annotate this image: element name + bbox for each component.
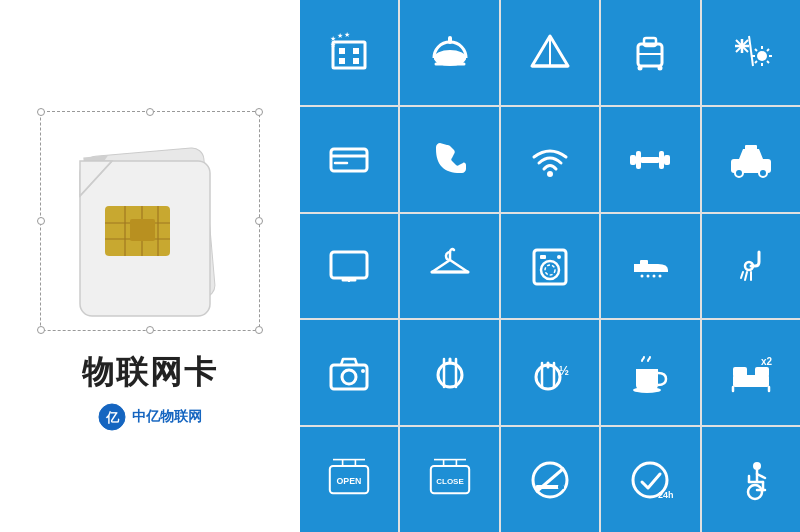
svg-point-73 bbox=[647, 274, 650, 277]
svg-rect-25 bbox=[448, 36, 452, 44]
svg-text:★: ★ bbox=[337, 32, 343, 39]
icon-tv[interactable] bbox=[300, 214, 398, 319]
page-title: 物联网卡 bbox=[82, 351, 218, 395]
handle-ml bbox=[37, 217, 45, 225]
svg-point-81 bbox=[342, 370, 356, 384]
svg-rect-69 bbox=[540, 255, 546, 259]
icon-credit-card[interactable] bbox=[300, 107, 398, 212]
svg-rect-49 bbox=[331, 149, 367, 171]
svg-rect-15 bbox=[339, 48, 345, 54]
svg-rect-17 bbox=[339, 58, 345, 64]
handle-tl bbox=[37, 108, 45, 116]
brand-logo-icon: 亿 bbox=[98, 403, 126, 431]
svg-point-60 bbox=[759, 169, 767, 177]
svg-point-87 bbox=[536, 365, 560, 389]
svg-text:亿: 亿 bbox=[105, 410, 120, 425]
svg-rect-62 bbox=[331, 252, 367, 278]
svg-point-74 bbox=[653, 274, 656, 277]
svg-rect-54 bbox=[636, 151, 641, 169]
icon-temperature[interactable] bbox=[702, 0, 800, 105]
svg-point-34 bbox=[658, 66, 663, 71]
svg-line-39 bbox=[749, 36, 753, 66]
svg-point-76 bbox=[745, 262, 753, 270]
svg-rect-94 bbox=[733, 367, 747, 377]
icon-restaurant[interactable] bbox=[400, 320, 498, 425]
svg-line-47 bbox=[755, 61, 757, 63]
svg-point-33 bbox=[638, 66, 643, 71]
svg-rect-61 bbox=[745, 145, 757, 150]
svg-rect-31 bbox=[644, 38, 656, 46]
icon-camping[interactable] bbox=[501, 0, 599, 105]
svg-point-122 bbox=[748, 485, 762, 499]
svg-line-48 bbox=[767, 49, 769, 51]
svg-line-78 bbox=[745, 272, 747, 280]
svg-rect-16 bbox=[353, 48, 359, 54]
svg-line-77 bbox=[741, 272, 743, 278]
svg-line-45 bbox=[755, 49, 757, 51]
icon-half-board[interactable]: ½ bbox=[501, 320, 599, 425]
icon-twin-bed[interactable]: x2 bbox=[702, 320, 800, 425]
handle-mr bbox=[255, 217, 263, 225]
sim-card-container bbox=[30, 101, 270, 341]
svg-point-82 bbox=[361, 369, 365, 373]
svg-rect-11 bbox=[130, 219, 155, 241]
svg-text:x2: x2 bbox=[761, 356, 773, 367]
svg-rect-14 bbox=[333, 42, 365, 68]
icon-taxi[interactable] bbox=[702, 107, 800, 212]
handle-bl bbox=[37, 326, 45, 334]
icon-iron[interactable] bbox=[601, 214, 699, 319]
icon-gym[interactable] bbox=[601, 107, 699, 212]
icon-shower[interactable] bbox=[702, 214, 800, 319]
icon-camera[interactable] bbox=[300, 320, 398, 425]
svg-point-75 bbox=[659, 274, 662, 277]
svg-rect-71 bbox=[640, 260, 648, 265]
icon-hotel[interactable]: ★ ★ ★ ★ bbox=[300, 0, 398, 105]
icon-room-service[interactable] bbox=[400, 0, 498, 105]
svg-point-40 bbox=[757, 51, 767, 61]
icon-open-sign[interactable]: OPEN bbox=[300, 427, 398, 532]
handle-br bbox=[255, 326, 263, 334]
handle-tr bbox=[255, 108, 263, 116]
svg-point-67 bbox=[541, 261, 559, 279]
icon-accessible[interactable] bbox=[702, 427, 800, 532]
left-panel: 物联网卡 亿 中亿物联网 bbox=[0, 0, 300, 532]
svg-point-70 bbox=[557, 255, 561, 259]
svg-line-46 bbox=[767, 61, 769, 63]
sim-card-image bbox=[50, 121, 250, 321]
icon-24h[interactable]: 24h bbox=[601, 427, 699, 532]
svg-text:24h: 24h bbox=[658, 490, 674, 500]
brand-row: 亿 中亿物联网 bbox=[98, 403, 202, 431]
icon-washing[interactable] bbox=[501, 214, 599, 319]
svg-text:OPEN: OPEN bbox=[337, 475, 362, 485]
svg-point-72 bbox=[641, 274, 644, 277]
svg-point-83 bbox=[438, 363, 462, 387]
svg-rect-111 bbox=[558, 485, 564, 489]
svg-point-52 bbox=[547, 171, 553, 177]
icon-coffee[interactable] bbox=[601, 320, 699, 425]
svg-point-59 bbox=[735, 169, 743, 177]
icon-close-sign[interactable]: CLOSE bbox=[400, 427, 498, 532]
svg-text:CLOSE: CLOSE bbox=[436, 476, 464, 485]
svg-point-68 bbox=[545, 265, 555, 275]
svg-text:★: ★ bbox=[330, 41, 336, 48]
svg-rect-18 bbox=[353, 58, 359, 64]
icon-grid: ★ ★ ★ ★ bbox=[300, 0, 800, 532]
icon-phone[interactable] bbox=[400, 107, 498, 212]
icon-luggage[interactable] bbox=[601, 0, 699, 105]
svg-rect-56 bbox=[659, 151, 664, 169]
handle-tm bbox=[146, 108, 154, 116]
brand-name: 中亿物联网 bbox=[132, 408, 202, 426]
icon-wifi[interactable] bbox=[501, 107, 599, 212]
svg-point-92 bbox=[633, 387, 661, 393]
svg-rect-95 bbox=[755, 367, 769, 377]
svg-rect-53 bbox=[630, 155, 636, 165]
icon-no-smoking[interactable] bbox=[501, 427, 599, 532]
svg-rect-57 bbox=[664, 155, 670, 165]
svg-rect-55 bbox=[641, 157, 659, 163]
handle-bm bbox=[146, 326, 154, 334]
svg-text:★: ★ bbox=[344, 31, 350, 38]
svg-text:½: ½ bbox=[559, 364, 569, 378]
icon-hanger[interactable] bbox=[400, 214, 498, 319]
